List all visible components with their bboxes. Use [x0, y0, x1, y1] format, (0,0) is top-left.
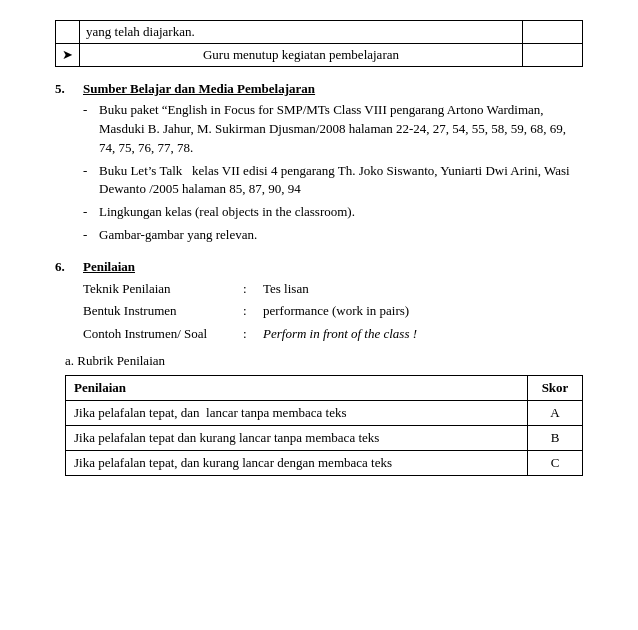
teknik-label: Teknik Penilaian — [83, 279, 243, 299]
col-skor: Skor — [528, 376, 583, 401]
list-item-text: Buku paket “English in Focus for SMP/MTs… — [99, 101, 583, 158]
rubrik-skor-3: C — [528, 451, 583, 476]
rubrik-row: Jika pelafalan tepat, dan kurang lancar … — [66, 451, 583, 476]
contoh-instrumen-row: Contoh Instrumen/ Soal : Perform in fron… — [83, 324, 583, 344]
list-item: - Buku Let’s Talk kelas VII edisi 4 peng… — [83, 162, 583, 200]
list-item: - Buku paket “English in Focus for SMP/M… — [83, 101, 583, 158]
rubrik-skor-1: A — [528, 401, 583, 426]
top-table-right2 — [523, 44, 583, 67]
section-6-header: 6. Penilaian — [55, 259, 583, 275]
section-6-title: Penilaian — [83, 259, 135, 275]
section-5: 5. Sumber Belajar dan Media Pembelajaran… — [55, 81, 583, 245]
page-content: yang telah diajarkan. ➤ Guru menutup keg… — [0, 10, 638, 510]
teknik-value: Tes lisan — [263, 279, 583, 299]
rubrik-header-row: Penilaian Skor — [66, 376, 583, 401]
dash-icon: - — [83, 226, 99, 245]
top-table-row1-text: yang telah diajarkan. — [80, 21, 523, 44]
section-6-number: 6. — [55, 259, 83, 275]
arrow-icon: ➤ — [56, 44, 80, 67]
rubrik-label: a. Rubrik Penilaian — [65, 353, 165, 368]
rubrik-row: Jika pelafalan tepat dan kurang lancar t… — [66, 426, 583, 451]
top-table: yang telah diajarkan. ➤ Guru menutup keg… — [55, 20, 583, 67]
contoh-value: Perform in front of the class ! — [263, 324, 583, 344]
penilaian-details: Teknik Penilaian : Tes lisan Bentuk Inst… — [83, 279, 583, 344]
section-5-header: 5. Sumber Belajar dan Media Pembelajaran — [55, 81, 583, 97]
list-item: - Lingkungan kelas (real objects in the … — [83, 203, 583, 222]
list-item-text: Lingkungan kelas (real objects in the cl… — [99, 203, 583, 222]
section-6: 6. Penilaian Teknik Penilaian : Tes lisa… — [55, 259, 583, 477]
dash-icon: - — [83, 101, 99, 158]
bentuk-instrumen-row: Bentuk Instrumen : performance (work in … — [83, 301, 583, 321]
bentuk-value: performance (work in pairs) — [263, 301, 583, 321]
list-item-text: Buku Let’s Talk kelas VII edisi 4 pengar… — [99, 162, 583, 200]
rubrik-penilaian-1: Jika pelafalan tepat, dan lancar tanpa m… — [66, 401, 528, 426]
rubrik-penilaian-2: Jika pelafalan tepat dan kurang lancar t… — [66, 426, 528, 451]
section-5-title: Sumber Belajar dan Media Pembelajaran — [83, 81, 315, 97]
contoh-label: Contoh Instrumen/ Soal — [83, 324, 243, 344]
rubrik-skor-2: B — [528, 426, 583, 451]
section-5-number: 5. — [55, 81, 83, 97]
bentuk-label: Bentuk Instrumen — [83, 301, 243, 321]
rubrik-penilaian-3: Jika pelafalan tepat, dan kurang lancar … — [66, 451, 528, 476]
section-5-list: - Buku paket “English in Focus for SMP/M… — [83, 101, 583, 245]
col-penilaian: Penilaian — [66, 376, 528, 401]
arrow-cell — [56, 21, 80, 44]
list-item: - Gambar-gambar yang relevan. — [83, 226, 583, 245]
top-table-row2-text: Guru menutup kegiatan pembelajaran — [80, 44, 523, 67]
rubrik-header: a. Rubrik Penilaian — [65, 353, 583, 369]
teknik-penilaian-row: Teknik Penilaian : Tes lisan — [83, 279, 583, 299]
teknik-colon: : — [243, 279, 263, 299]
contoh-colon: : — [243, 324, 263, 344]
table-row: ➤ Guru menutup kegiatan pembelajaran — [56, 44, 583, 67]
rubrik-table: Penilaian Skor Jika pelafalan tepat, dan… — [65, 375, 583, 476]
table-row: yang telah diajarkan. — [56, 21, 583, 44]
top-table-right1 — [523, 21, 583, 44]
rubrik-row: Jika pelafalan tepat, dan lancar tanpa m… — [66, 401, 583, 426]
dash-icon: - — [83, 162, 99, 200]
list-item-text: Gambar-gambar yang relevan. — [99, 226, 583, 245]
bentuk-colon: : — [243, 301, 263, 321]
dash-icon: - — [83, 203, 99, 222]
